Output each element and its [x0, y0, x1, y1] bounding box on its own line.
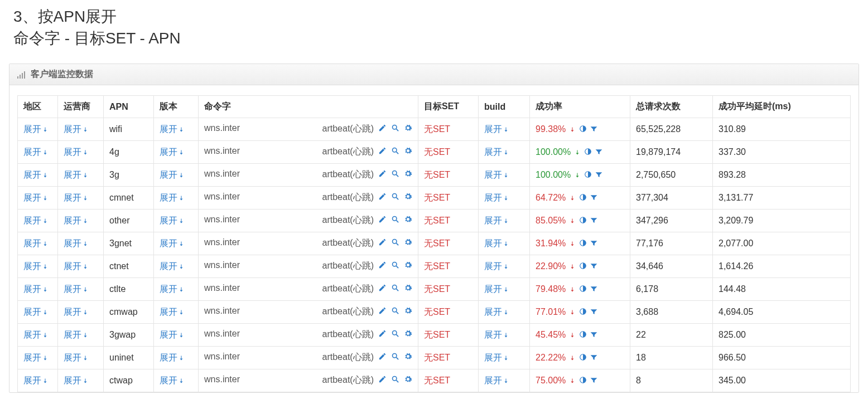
- gear-icon[interactable]: [404, 192, 412, 203]
- expand-carrier[interactable]: 展开: [64, 147, 89, 157]
- expand-carrier[interactable]: 展开: [64, 284, 89, 294]
- expand-carrier[interactable]: 展开: [64, 307, 89, 317]
- filter-icon[interactable]: [590, 353, 599, 363]
- search-icon[interactable]: [391, 169, 399, 180]
- expand-region[interactable]: 展开: [23, 170, 49, 179]
- expand-build[interactable]: 展开: [484, 124, 509, 134]
- gear-icon[interactable]: [404, 215, 412, 226]
- expand-carrier[interactable]: 展开: [64, 238, 89, 248]
- expand-carrier[interactable]: 展开: [64, 330, 89, 339]
- expand-region[interactable]: 展开: [23, 261, 49, 271]
- filter-icon[interactable]: [590, 125, 599, 134]
- expand-build[interactable]: 展开: [484, 307, 509, 317]
- expand-carrier[interactable]: 展开: [64, 216, 89, 225]
- edit-icon[interactable]: [378, 147, 387, 157]
- edit-icon[interactable]: [378, 215, 387, 226]
- expand-carrier[interactable]: 展开: [64, 261, 89, 271]
- search-icon[interactable]: [391, 238, 399, 249]
- edit-icon[interactable]: [378, 284, 387, 294]
- expand-build[interactable]: 展开: [484, 216, 509, 225]
- expand-region[interactable]: 展开: [23, 124, 49, 134]
- expand-region[interactable]: 展开: [23, 307, 49, 317]
- filter-icon[interactable]: [595, 148, 604, 157]
- half-moon-icon[interactable]: [579, 376, 587, 386]
- edit-icon[interactable]: [378, 306, 387, 317]
- expand-build[interactable]: 展开: [484, 261, 509, 271]
- expand-version[interactable]: 展开: [160, 147, 185, 157]
- search-icon[interactable]: [391, 329, 399, 340]
- expand-version[interactable]: 展开: [160, 330, 185, 339]
- expand-region[interactable]: 展开: [23, 238, 49, 248]
- expand-version[interactable]: 展开: [160, 307, 185, 317]
- expand-version[interactable]: 展开: [160, 238, 185, 248]
- edit-icon[interactable]: [378, 169, 387, 180]
- search-icon[interactable]: [391, 261, 399, 271]
- expand-region[interactable]: 展开: [23, 376, 49, 385]
- expand-build[interactable]: 展开: [484, 376, 509, 385]
- expand-region[interactable]: 展开: [23, 193, 49, 202]
- gear-icon[interactable]: [404, 375, 412, 386]
- half-moon-icon[interactable]: [579, 216, 587, 226]
- expand-region[interactable]: 展开: [23, 330, 49, 339]
- filter-icon[interactable]: [590, 216, 599, 226]
- edit-icon[interactable]: [378, 329, 387, 340]
- half-moon-icon[interactable]: [584, 171, 592, 180]
- gear-icon[interactable]: [404, 238, 412, 249]
- filter-icon[interactable]: [590, 376, 599, 386]
- gear-icon[interactable]: [404, 124, 412, 134]
- gear-icon[interactable]: [404, 284, 412, 294]
- half-moon-icon[interactable]: [579, 239, 587, 249]
- expand-build[interactable]: 展开: [484, 193, 509, 202]
- half-moon-icon[interactable]: [579, 308, 587, 317]
- expand-build[interactable]: 展开: [484, 353, 509, 362]
- gear-icon[interactable]: [404, 306, 412, 317]
- search-icon[interactable]: [391, 215, 399, 226]
- expand-build[interactable]: 展开: [484, 147, 509, 157]
- filter-icon[interactable]: [595, 171, 604, 180]
- expand-carrier[interactable]: 展开: [64, 124, 89, 134]
- expand-build[interactable]: 展开: [484, 238, 509, 248]
- expand-region[interactable]: 展开: [23, 147, 49, 157]
- expand-build[interactable]: 展开: [484, 170, 509, 179]
- half-moon-icon[interactable]: [579, 285, 587, 294]
- expand-build[interactable]: 展开: [484, 330, 509, 339]
- edit-icon[interactable]: [378, 238, 387, 249]
- search-icon[interactable]: [391, 375, 399, 386]
- search-icon[interactable]: [391, 124, 399, 134]
- filter-icon[interactable]: [590, 239, 599, 249]
- edit-icon[interactable]: [378, 192, 387, 203]
- half-moon-icon[interactable]: [579, 330, 587, 340]
- expand-version[interactable]: 展开: [160, 261, 185, 271]
- expand-version[interactable]: 展开: [160, 284, 185, 294]
- filter-icon[interactable]: [590, 193, 599, 203]
- search-icon[interactable]: [391, 306, 399, 317]
- gear-icon[interactable]: [404, 147, 412, 157]
- expand-version[interactable]: 展开: [160, 170, 185, 179]
- search-icon[interactable]: [391, 147, 399, 157]
- expand-carrier[interactable]: 展开: [64, 353, 89, 362]
- gear-icon[interactable]: [404, 329, 412, 340]
- gear-icon[interactable]: [404, 261, 412, 271]
- expand-carrier[interactable]: 展开: [64, 170, 89, 179]
- half-moon-icon[interactable]: [579, 353, 587, 363]
- expand-region[interactable]: 展开: [23, 284, 49, 294]
- expand-region[interactable]: 展开: [23, 216, 49, 225]
- expand-version[interactable]: 展开: [160, 353, 185, 362]
- expand-version[interactable]: 展开: [160, 376, 185, 385]
- edit-icon[interactable]: [378, 375, 387, 386]
- half-moon-icon[interactable]: [579, 262, 587, 271]
- expand-version[interactable]: 展开: [160, 193, 185, 202]
- edit-icon[interactable]: [378, 124, 387, 134]
- expand-region[interactable]: 展开: [23, 353, 49, 362]
- gear-icon[interactable]: [404, 352, 412, 363]
- filter-icon[interactable]: [590, 330, 599, 340]
- search-icon[interactable]: [391, 192, 399, 203]
- half-moon-icon[interactable]: [579, 125, 587, 134]
- expand-version[interactable]: 展开: [160, 124, 185, 134]
- expand-carrier[interactable]: 展开: [64, 193, 89, 202]
- half-moon-icon[interactable]: [579, 193, 587, 203]
- half-moon-icon[interactable]: [584, 148, 592, 157]
- expand-build[interactable]: 展开: [484, 284, 509, 294]
- search-icon[interactable]: [391, 284, 399, 294]
- filter-icon[interactable]: [590, 285, 599, 294]
